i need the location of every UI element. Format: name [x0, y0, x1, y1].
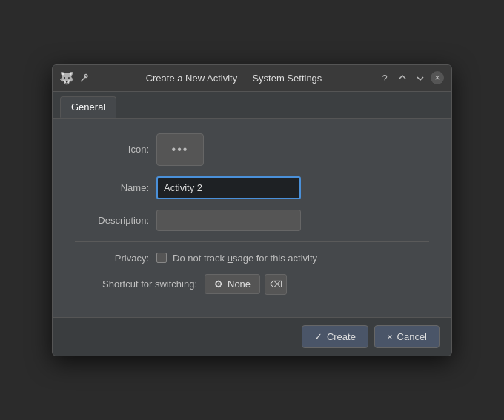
- create-button[interactable]: ✓ Create: [302, 325, 368, 348]
- cancel-button[interactable]: × Cancel: [374, 325, 440, 348]
- shortcut-button[interactable]: ⚙ None: [205, 274, 260, 294]
- gear-icon: ⚙: [214, 279, 223, 290]
- create-label: Create: [327, 331, 356, 342]
- close-button[interactable]: ×: [431, 71, 444, 84]
- description-input[interactable]: [156, 210, 301, 231]
- content-area: Icon: ••• Name: Description: Privacy: Do…: [53, 118, 451, 317]
- pin-icon[interactable]: [77, 71, 90, 84]
- description-row: Description:: [75, 210, 429, 231]
- dialog-window: 🐺 Create a New Activity — System Setting…: [52, 64, 452, 356]
- clear-icon: ⌫: [270, 279, 282, 290]
- titlebar-left-icons: 🐺: [60, 71, 90, 84]
- help-button[interactable]: ?: [377, 70, 392, 85]
- clear-shortcut-button[interactable]: ⌫: [265, 274, 287, 295]
- create-icon: ✓: [314, 331, 322, 342]
- window-title: Create a New Activity — System Settings: [95, 73, 373, 84]
- icon-row: Icon: •••: [75, 133, 429, 166]
- privacy-checkbox[interactable]: [156, 253, 167, 263]
- wolf-icon[interactable]: 🐺: [60, 71, 73, 84]
- footer: ✓ Create × Cancel: [53, 317, 451, 356]
- name-input[interactable]: [156, 176, 301, 199]
- maximize-button[interactable]: [413, 70, 428, 85]
- shortcut-value: None: [228, 279, 251, 290]
- description-label: Description:: [75, 215, 156, 226]
- separator: [75, 241, 429, 242]
- privacy-row: Privacy: Do not track usage for this act…: [75, 253, 429, 264]
- minimize-button[interactable]: [395, 70, 410, 85]
- icon-picker-button[interactable]: •••: [156, 133, 204, 166]
- name-row: Name:: [75, 176, 429, 199]
- svg-point-1: [84, 74, 87, 77]
- tab-general[interactable]: General: [60, 96, 116, 118]
- close-icon: ×: [434, 73, 440, 83]
- privacy-label: Privacy:: [75, 253, 156, 264]
- cancel-label: Cancel: [397, 331, 427, 342]
- cancel-icon: ×: [387, 331, 393, 342]
- titlebar: 🐺 Create a New Activity — System Setting…: [53, 65, 451, 92]
- shortcut-row: Shortcut for switching: ⚙ None ⌫: [75, 274, 429, 295]
- privacy-text: Do not track usage for this activity: [173, 253, 317, 264]
- titlebar-controls: ? ×: [377, 70, 444, 85]
- tab-bar: General: [53, 92, 451, 118]
- name-label: Name:: [75, 182, 156, 193]
- icon-label: Icon:: [75, 144, 156, 155]
- shortcut-label: Shortcut for switching:: [75, 279, 205, 290]
- icon-dots: •••: [172, 143, 189, 156]
